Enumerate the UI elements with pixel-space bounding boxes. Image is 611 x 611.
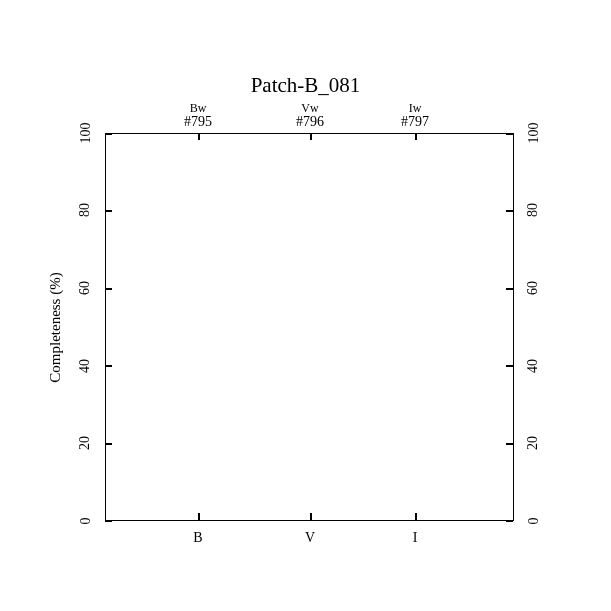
tick-mark [105,288,112,290]
tick-mark [310,513,312,520]
plot-area [105,133,514,521]
tick-mark [506,520,513,522]
tick-mark [506,210,513,212]
chart-container: Patch-B_081 Completeness (%) 0 20 40 60 … [0,0,611,611]
xtick-0: B [193,530,202,546]
tick-mark [506,288,513,290]
tick-mark [198,513,200,520]
tick-mark [310,133,312,140]
tick-mark [506,365,513,367]
ytick-right-4: 80 [523,200,543,220]
ytick-left-0: 0 [75,511,95,531]
ytick-left-5: 100 [75,123,95,143]
tick-mark [415,513,417,520]
ytick-left-4: 80 [75,200,95,220]
tick-mark [105,210,112,212]
ytick-right-0: 0 [523,511,543,531]
ytick-right-3: 60 [523,278,543,298]
xtick-2: I [413,530,418,546]
tick-mark [105,365,112,367]
tick-mark [506,133,513,135]
top-id-2: #797 [401,114,429,130]
tick-mark [506,443,513,445]
tick-mark [415,133,417,140]
top-id-0: #795 [184,114,212,130]
ytick-left-2: 40 [75,356,95,376]
tick-mark [105,443,112,445]
chart-title: Patch-B_081 [0,73,611,98]
tick-mark [105,520,112,522]
ytick-left-1: 20 [75,433,95,453]
tick-mark [198,133,200,140]
ytick-right-2: 40 [523,356,543,376]
ytick-left-3: 60 [75,278,95,298]
ytick-right-5: 100 [523,123,543,143]
y-axis-label: Completeness (%) [45,133,65,521]
tick-mark [105,133,112,135]
top-id-1: #796 [296,114,324,130]
xtick-1: V [305,530,315,546]
ytick-right-1: 20 [523,433,543,453]
